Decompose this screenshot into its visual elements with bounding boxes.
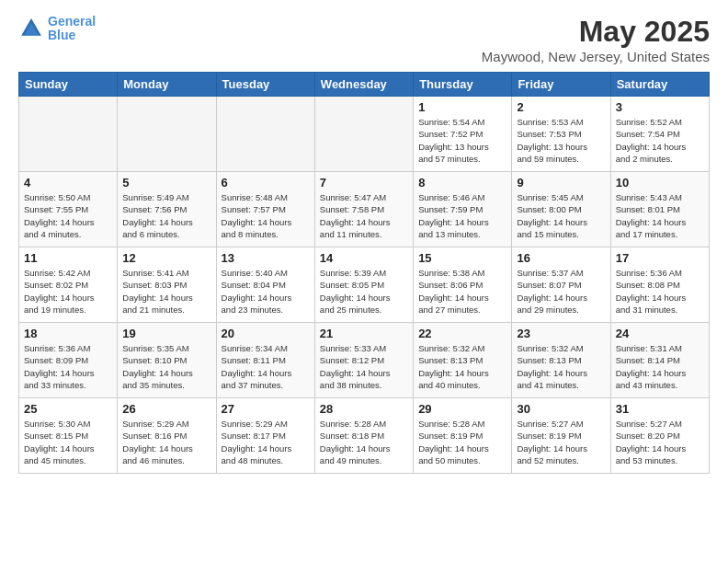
day-number: 6 [222, 176, 310, 190]
calendar-cell: 5Sunrise: 5:49 AM Sunset: 7:56 PM Daylig… [118, 172, 216, 247]
day-info: Sunrise: 5:40 AM Sunset: 8:04 PM Dayligh… [222, 267, 310, 316]
calendar-cell: 15Sunrise: 5:38 AM Sunset: 8:06 PM Dayli… [414, 247, 512, 323]
calendar-day-header: Thursday [414, 73, 512, 97]
calendar-cell: 17Sunrise: 5:36 AM Sunset: 8:08 PM Dayli… [610, 247, 709, 323]
calendar-cell: 7Sunrise: 5:47 AM Sunset: 7:58 PM Daylig… [314, 172, 413, 247]
subtitle: Maywood, New Jersey, United States [482, 49, 710, 64]
calendar-cell: 30Sunrise: 5:27 AM Sunset: 8:19 PM Dayli… [512, 398, 610, 474]
calendar-week-row: 4Sunrise: 5:50 AM Sunset: 7:55 PM Daylig… [19, 172, 710, 247]
calendar-week-row: 1Sunrise: 5:54 AM Sunset: 7:52 PM Daylig… [19, 97, 710, 172]
day-number: 26 [122, 402, 210, 416]
calendar-cell: 24Sunrise: 5:31 AM Sunset: 8:14 PM Dayli… [610, 323, 709, 398]
calendar-cell: 21Sunrise: 5:33 AM Sunset: 8:12 PM Dayli… [314, 323, 413, 398]
calendar-cell: 6Sunrise: 5:48 AM Sunset: 7:57 PM Daylig… [216, 172, 314, 247]
day-number: 7 [320, 176, 408, 190]
calendar-cell: 29Sunrise: 5:28 AM Sunset: 8:19 PM Dayli… [414, 398, 512, 474]
day-info: Sunrise: 5:41 AM Sunset: 8:03 PM Dayligh… [122, 267, 210, 316]
day-number: 4 [24, 176, 112, 190]
day-info: Sunrise: 5:48 AM Sunset: 7:57 PM Dayligh… [222, 191, 310, 240]
day-info: Sunrise: 5:32 AM Sunset: 8:13 PM Dayligh… [418, 342, 506, 391]
logo-blue: Blue [48, 28, 75, 42]
calendar-cell: 10Sunrise: 5:43 AM Sunset: 8:01 PM Dayli… [610, 172, 709, 247]
title-block: May 2025 Maywood, New Jersey, United Sta… [482, 15, 710, 64]
day-number: 19 [122, 327, 210, 340]
calendar-day-header: Wednesday [314, 73, 413, 97]
day-number: 15 [418, 251, 506, 265]
day-info: Sunrise: 5:36 AM Sunset: 8:08 PM Dayligh… [616, 267, 704, 316]
day-info: Sunrise: 5:39 AM Sunset: 8:05 PM Dayligh… [320, 267, 408, 316]
calendar-cell: 4Sunrise: 5:50 AM Sunset: 7:55 PM Daylig… [19, 172, 118, 247]
day-number: 29 [418, 402, 506, 416]
day-number: 16 [517, 251, 605, 265]
calendar-cell: 19Sunrise: 5:35 AM Sunset: 8:10 PM Dayli… [118, 323, 216, 398]
day-number: 3 [616, 100, 704, 114]
day-number: 23 [517, 327, 605, 340]
day-number: 13 [222, 251, 310, 265]
calendar-day-header: Monday [118, 73, 216, 97]
calendar-cell: 1Sunrise: 5:54 AM Sunset: 7:52 PM Daylig… [414, 97, 512, 172]
page: General Blue May 2025 Maywood, New Jerse… [0, 0, 728, 483]
calendar-week-row: 11Sunrise: 5:42 AM Sunset: 8:02 PM Dayli… [19, 247, 710, 323]
day-number: 22 [418, 327, 506, 340]
calendar-cell: 28Sunrise: 5:28 AM Sunset: 8:18 PM Dayli… [314, 398, 413, 474]
calendar-cell: 25Sunrise: 5:30 AM Sunset: 8:15 PM Dayli… [19, 398, 118, 474]
calendar-day-header: Tuesday [216, 73, 314, 97]
day-info: Sunrise: 5:29 AM Sunset: 8:17 PM Dayligh… [222, 418, 310, 466]
main-title: May 2025 [482, 15, 710, 49]
day-number: 1 [418, 100, 506, 114]
calendar-cell: 8Sunrise: 5:46 AM Sunset: 7:59 PM Daylig… [414, 172, 512, 247]
day-number: 10 [616, 176, 704, 190]
calendar-cell: 16Sunrise: 5:37 AM Sunset: 8:07 PM Dayli… [512, 247, 610, 323]
day-number: 31 [616, 402, 704, 416]
calendar-cell: 20Sunrise: 5:34 AM Sunset: 8:11 PM Dayli… [216, 323, 314, 398]
day-number: 24 [616, 327, 704, 340]
day-info: Sunrise: 5:37 AM Sunset: 8:07 PM Dayligh… [517, 267, 605, 316]
day-info: Sunrise: 5:31 AM Sunset: 8:14 PM Dayligh… [616, 342, 704, 391]
day-info: Sunrise: 5:27 AM Sunset: 8:19 PM Dayligh… [517, 418, 605, 466]
calendar-cell: 27Sunrise: 5:29 AM Sunset: 8:17 PM Dayli… [216, 398, 314, 474]
day-info: Sunrise: 5:53 AM Sunset: 7:53 PM Dayligh… [517, 116, 605, 165]
day-info: Sunrise: 5:32 AM Sunset: 8:13 PM Dayligh… [517, 342, 605, 391]
calendar-cell: 18Sunrise: 5:36 AM Sunset: 8:09 PM Dayli… [19, 323, 118, 398]
day-info: Sunrise: 5:47 AM Sunset: 7:58 PM Dayligh… [320, 191, 408, 240]
calendar-week-row: 25Sunrise: 5:30 AM Sunset: 8:15 PM Dayli… [19, 398, 710, 474]
day-info: Sunrise: 5:36 AM Sunset: 8:09 PM Dayligh… [24, 342, 112, 391]
day-info: Sunrise: 5:52 AM Sunset: 7:54 PM Dayligh… [616, 116, 704, 165]
day-number: 12 [122, 251, 210, 265]
day-info: Sunrise: 5:34 AM Sunset: 8:11 PM Dayligh… [222, 342, 310, 391]
day-number: 27 [222, 402, 310, 416]
logo-icon [18, 16, 44, 41]
day-number: 17 [616, 251, 704, 265]
day-number: 21 [320, 327, 408, 340]
calendar-cell: 3Sunrise: 5:52 AM Sunset: 7:54 PM Daylig… [610, 97, 709, 172]
calendar-cell [118, 97, 216, 172]
day-info: Sunrise: 5:49 AM Sunset: 7:56 PM Dayligh… [122, 191, 210, 240]
calendar: SundayMondayTuesdayWednesdayThursdayFrid… [18, 72, 710, 474]
day-number: 18 [24, 327, 112, 340]
day-number: 30 [517, 402, 605, 416]
day-number: 20 [222, 327, 310, 340]
logo-text: General Blue [48, 15, 96, 43]
day-number: 9 [517, 176, 605, 190]
logo: General Blue [18, 15, 96, 43]
calendar-cell [19, 97, 118, 172]
day-info: Sunrise: 5:38 AM Sunset: 8:06 PM Dayligh… [418, 267, 506, 316]
calendar-day-header: Saturday [610, 73, 709, 97]
calendar-cell: 14Sunrise: 5:39 AM Sunset: 8:05 PM Dayli… [314, 247, 413, 323]
calendar-cell: 11Sunrise: 5:42 AM Sunset: 8:02 PM Dayli… [19, 247, 118, 323]
day-info: Sunrise: 5:33 AM Sunset: 8:12 PM Dayligh… [320, 342, 408, 391]
day-number: 2 [517, 100, 605, 114]
day-info: Sunrise: 5:27 AM Sunset: 8:20 PM Dayligh… [616, 418, 704, 466]
day-info: Sunrise: 5:45 AM Sunset: 8:00 PM Dayligh… [517, 191, 605, 240]
logo-general: General [48, 14, 96, 29]
day-info: Sunrise: 5:50 AM Sunset: 7:55 PM Dayligh… [24, 191, 112, 240]
day-number: 11 [24, 251, 112, 265]
calendar-cell: 9Sunrise: 5:45 AM Sunset: 8:00 PM Daylig… [512, 172, 610, 247]
calendar-cell: 2Sunrise: 5:53 AM Sunset: 7:53 PM Daylig… [512, 97, 610, 172]
day-info: Sunrise: 5:35 AM Sunset: 8:10 PM Dayligh… [122, 342, 210, 391]
day-info: Sunrise: 5:54 AM Sunset: 7:52 PM Dayligh… [418, 116, 506, 165]
day-info: Sunrise: 5:43 AM Sunset: 8:01 PM Dayligh… [616, 191, 704, 240]
day-info: Sunrise: 5:42 AM Sunset: 8:02 PM Dayligh… [24, 267, 112, 316]
calendar-day-header: Friday [512, 73, 610, 97]
calendar-cell: 31Sunrise: 5:27 AM Sunset: 8:20 PM Dayli… [610, 398, 709, 474]
